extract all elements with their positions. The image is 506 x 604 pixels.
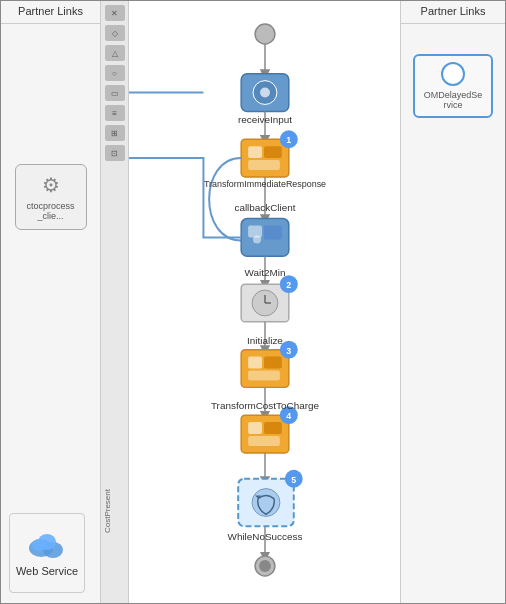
svg-rect-9 xyxy=(241,139,289,177)
svg-rect-35 xyxy=(241,415,289,453)
svg-rect-36 xyxy=(248,422,262,434)
svg-point-7 xyxy=(260,88,270,98)
left-partner-link-box[interactable]: ⚙ ctocprocess_clie... xyxy=(15,164,87,230)
svg-text:callbackClient: callbackClient xyxy=(234,202,295,213)
right-panel-title: Partner Links xyxy=(401,1,505,24)
toolbar-icon-8[interactable]: ⊡ xyxy=(105,145,125,161)
svg-rect-29 xyxy=(248,357,262,369)
svg-text:5: 5 xyxy=(291,475,296,485)
cloud-icon xyxy=(25,528,69,560)
svg-text:Wait2Min: Wait2Min xyxy=(245,267,286,278)
svg-rect-18 xyxy=(264,226,282,240)
left-partner-links-panel: Partner Links ⚙ ctocprocess_clie... Web … xyxy=(1,1,101,603)
svg-rect-30 xyxy=(264,357,282,369)
toolbar-icon-1[interactable]: ✕ xyxy=(105,5,125,21)
svg-text:TransformImmediateResponse: TransformImmediateResponse xyxy=(204,179,326,189)
toolbar-icon-3[interactable]: △ xyxy=(105,45,125,61)
svg-text:3: 3 xyxy=(286,346,291,356)
toolbar-icon-6[interactable]: ≡ xyxy=(105,105,125,121)
svg-rect-10 xyxy=(248,146,262,158)
right-partner-link-label: OMDelayedService xyxy=(423,90,483,110)
web-service-box[interactable]: Web Service xyxy=(9,513,85,593)
svg-text:4: 4 xyxy=(286,411,291,421)
svg-text:2: 2 xyxy=(286,280,291,290)
left-panel-title: Partner Links xyxy=(1,1,100,24)
toolbar-label: CostPresent xyxy=(103,489,112,533)
svg-point-43 xyxy=(252,489,280,517)
main-canvas: 1 2 xyxy=(129,1,400,603)
svg-text:receiveInput: receiveInput xyxy=(238,114,292,125)
svg-text:1: 1 xyxy=(286,135,291,145)
gear-icon: ⚙ xyxy=(42,173,60,197)
toolbar-icon-7[interactable]: ⊞ xyxy=(105,125,125,141)
right-partner-links-panel: Partner Links OMDelayedService xyxy=(400,1,505,603)
left-partner-link-label: ctocprocess_clie... xyxy=(26,201,76,221)
web-service-label: Web Service xyxy=(16,564,78,578)
svg-rect-31 xyxy=(248,370,280,380)
right-partner-link-box[interactable]: OMDelayedService xyxy=(413,54,493,118)
workflow-svg: 1 2 xyxy=(129,1,400,603)
svg-rect-17 xyxy=(248,226,262,238)
toolbar-icon-4[interactable]: ○ xyxy=(105,65,125,81)
svg-text:WhileNoSuccess: WhileNoSuccess xyxy=(228,531,303,542)
svg-rect-28 xyxy=(241,350,289,388)
svg-point-49 xyxy=(259,560,271,572)
toolbar-panel: ✕ ◇ △ ○ ▭ ≡ ⊞ ⊡ CostPresent xyxy=(101,1,129,603)
main-container: Partner Links ⚙ ctocprocess_clie... Web … xyxy=(0,0,506,604)
svg-point-19 xyxy=(253,235,261,243)
start-node xyxy=(255,24,275,44)
toolbar-icon-5[interactable]: ▭ xyxy=(105,85,125,101)
svg-rect-37 xyxy=(264,422,282,434)
right-partner-circle xyxy=(441,62,465,86)
left-partner-link-item[interactable]: ⚙ ctocprocess_clie... xyxy=(15,164,87,230)
toolbar-icon-2[interactable]: ◇ xyxy=(105,25,125,41)
svg-rect-38 xyxy=(248,436,280,446)
svg-point-3 xyxy=(32,539,46,551)
svg-text:TransformCostToCharge: TransformCostToCharge xyxy=(211,400,320,411)
svg-rect-12 xyxy=(248,160,280,170)
svg-rect-11 xyxy=(264,146,282,158)
svg-text:Initialize: Initialize xyxy=(247,335,283,346)
